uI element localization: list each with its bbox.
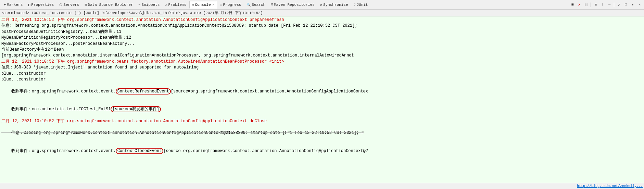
console-line-2: 信息: Refreshing org.springframework.conte… [1,23,643,29]
tab-servers[interactable]: ⬡ Servers [57,1,81,9]
context-refreshed-event-annotation: ContextRefreshedEvent [116,88,171,94]
tab-console-label: Console [195,3,211,7]
bottom-link[interactable]: http://blog.csdn.net/zeekelly... [577,184,643,188]
next-button[interactable]: → [606,2,613,8]
problems-icon: ⚠ [165,3,167,7]
source-annotation: [source=我发布的事件] [111,106,161,112]
console-line-13: 收到事件：com.meimeixia.test.IOCTest_Ext$1[so… [1,100,643,118]
console-line-12: 收到事件：org.springframework.context.event.C… [1,83,643,100]
console-close-icon[interactable]: ✕ [213,3,215,7]
tab-search[interactable]: 🔍 Search [244,1,268,9]
console-line-15: 信息：Closing org.springframework.context.a… [1,124,643,142]
console-line-8: 二月 12, 2021 10:10:52 下午 org.springframew… [1,59,643,65]
tab-progress-label: Progress [223,3,241,7]
markers-icon: ⚑ [4,3,6,7]
tab-maven[interactable]: M Maven Repositories [268,1,317,9]
tab-junit[interactable]: J JUnit [351,1,370,9]
tab-bar: ⚑ Markers ◧ Properties ⬡ Servers ⊞ Data … [0,0,644,10]
console-line-4: MyBeanDefinitionRegistryPostProcessor...… [1,35,643,41]
separator1 [591,2,591,7]
tab-markers-label: Markers [7,3,23,7]
console-icon: ▤ [192,3,194,7]
console-line-3: postProcessBeanDefinitionRegistry...bean… [1,29,643,35]
bottom-bar: http://blog.csdn.net/zeekelly... [0,183,644,189]
clear-button[interactable]: ≡ [593,2,599,8]
junit-icon: J [354,3,356,7]
tab-problems[interactable]: ⚠ Problems [163,1,189,9]
console-line-5: MyBeanFactoryPostProcessor...postProcess… [1,41,643,47]
line13-prefix: 收到事件：com.meimeixia.test.IOCTest_Ext$1 [11,107,111,112]
tab-progress[interactable]: ◌ Progress [218,1,244,9]
console-line-11: blue...constructor [1,77,643,83]
console-line-16: 收到事件：org.springframework.context.event.C… [1,142,643,160]
toolbar-buttons: ■ ✕ ❚❚ ≡ ↕ → ⤢ □ ▾ ✕ [569,2,643,8]
tab-properties-label: Properties [31,3,54,7]
line15-text: 信息：Closing org.springframework.context.a… [11,130,364,135]
status-text: <terminated> IOCTest_Ext.test01 (1) [JUn… [2,10,263,15]
console-line-14: 二月 12, 2021 10:10:52 下午 org.springframew… [1,118,643,124]
console-output[interactable]: 二月 12, 2021 10:10:52 下午 org.springframew… [0,16,644,183]
line12-prefix: 收到事件：org.springframework.context.event. [11,89,116,94]
pause-button[interactable]: ❚❚ [583,2,589,8]
context-closed-event-annotation: ContextClosedEvent [116,148,164,154]
line16-prefix: 收到事件：org.springframework.context.event. [11,149,116,153]
maven-icon: M [271,3,273,7]
maximize-button[interactable]: ⤢ [616,2,622,8]
tab-markers[interactable]: ⚑ Markers [1,1,25,9]
line16-suffix: [source=org.springframework.context.anno… [163,149,368,153]
console-line-7: [org.springframework.context.annotation.… [1,53,643,59]
minimize-button[interactable]: □ [623,2,629,8]
separator2 [614,2,615,7]
stop-square-button[interactable]: ■ [569,2,576,8]
synchronize-icon: ⇄ [320,3,322,7]
tab-servers-label: Servers [63,3,79,7]
status-bar: <terminated> IOCTest_Ext.test01 (1) [JUn… [0,10,644,16]
console-line-9: 信息：JSR-330 'javax.inject.Inject' annotat… [1,65,643,71]
tab-synchronize-label: Synchronize [323,3,348,7]
tab-datasource-label: Data Source Explorer [88,3,133,7]
tab-snippets-label: Snippets [142,3,160,7]
tab-snippets[interactable]: ✂ Snippets [136,1,162,9]
stop-x-button[interactable]: ✕ [576,2,582,8]
progress-icon: ◌ [220,3,222,7]
snippets-icon: ✂ [139,3,141,7]
tab-problems-label: Problems [168,3,186,7]
servers-icon: ⬡ [59,3,62,7]
search-tab-icon: 🔍 [247,3,251,7]
tab-synchronize[interactable]: ⇄ Synchronize [318,1,351,9]
console-line-6: 当前BeanFactory中有12个Bean [1,47,643,53]
tab-properties[interactable]: ◧ Properties [26,1,56,9]
console-line-10: blue...constructor [1,71,643,77]
tab-console[interactable]: ▤ Console ✕ [189,1,217,9]
view-menu-button[interactable]: ▾ [630,2,636,8]
tab-junit-label: JUnit [357,3,368,7]
datasource-icon: ⊞ [85,3,87,7]
close-view-button[interactable]: ✕ [636,2,643,8]
properties-icon: ◧ [28,3,30,7]
line12-suffix: [source=org.springframework.context.anno… [171,89,368,94]
tab-search-label: Search [252,3,265,7]
scroll-lock-button[interactable]: ↕ [599,2,606,8]
tab-maven-label: Maven Repositories [274,3,315,7]
console-line-1: 二月 12, 2021 10:10:52 下午 org.springframew… [1,17,643,23]
tab-datasource[interactable]: ⊞ Data Source Explorer [83,1,136,9]
